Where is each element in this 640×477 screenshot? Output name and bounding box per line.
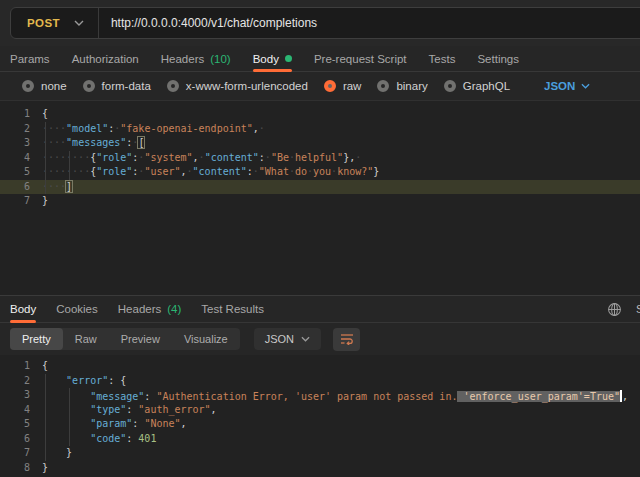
code-line: 3 "message": "Authentication Error, 'use… <box>0 388 640 403</box>
body-mode-none[interactable]: none <box>22 80 67 92</box>
code-line: 6 "code": 401 <box>0 432 640 447</box>
tab-label: Params <box>10 53 50 65</box>
mode-label: raw <box>343 80 362 92</box>
request-language-select[interactable]: JSON <box>544 80 590 92</box>
response-tab-body[interactable]: Body <box>10 296 36 322</box>
code-line: 8} <box>0 461 640 476</box>
response-tabs: BodyCookiesHeaders(4)Test Results S <box>0 295 640 323</box>
request-tab-headers[interactable]: Headers(10) <box>161 46 231 71</box>
radio-icon <box>444 80 456 92</box>
code-line: 4 "type": "auth_error", <box>0 403 640 418</box>
body-mode-graphql[interactable]: GraphQL <box>444 80 510 92</box>
mode-label: GraphQL <box>463 80 510 92</box>
tab-label: Pre-request Script <box>314 53 407 65</box>
indent-guide <box>69 388 70 446</box>
line-number: 5 <box>0 165 42 180</box>
code-content: } <box>42 194 48 209</box>
request-tab-body[interactable]: Body <box>253 46 292 71</box>
code-content: ····"messages":·[ <box>42 136 144 151</box>
method-selector[interactable]: POST <box>11 17 74 29</box>
radio-icon <box>324 80 336 92</box>
tab-label: Headers <box>161 53 204 65</box>
code-line: 7} <box>0 194 640 209</box>
indent-guide <box>69 151 70 180</box>
code-line: 5 "param": "None", <box>0 417 640 432</box>
line-number: 4 <box>0 403 42 418</box>
view-raw[interactable]: Raw <box>63 328 109 350</box>
tab-label: Test Results <box>201 303 264 315</box>
code-line: 6····] <box>0 180 640 195</box>
response-language-select[interactable]: JSON <box>254 328 321 350</box>
radio-icon <box>22 80 34 92</box>
body-mode-x-www-form-urlencoded[interactable]: x-www-form-urlencoded <box>167 80 308 92</box>
view-pretty[interactable]: Pretty <box>10 328 63 350</box>
response-tab-test-results[interactable]: Test Results <box>201 296 264 322</box>
response-view-switch: PrettyRawPreviewVisualize <box>10 328 240 350</box>
mode-label: none <box>41 80 67 92</box>
code-line: 3····"messages":·[ <box>0 136 640 151</box>
line-number: 2 <box>0 374 42 389</box>
body-mode-raw[interactable]: raw <box>324 80 362 92</box>
code-content: ········{"role":·"system",·"content":·"B… <box>42 151 361 166</box>
code-content: "error": { <box>42 374 126 389</box>
request-url-bar: POST http://0.0.0.0:4000/v1/chat/complet… <box>0 0 640 46</box>
response-toolbar: PrettyRawPreviewVisualize JSON <box>0 323 640 355</box>
chevron-down-icon[interactable] <box>74 20 84 26</box>
code-content: { <box>42 107 48 122</box>
line-number: 1 <box>0 107 42 122</box>
code-line: 1{ <box>0 107 640 122</box>
tab-label: Authorization <box>72 53 139 65</box>
line-number: 1 <box>0 359 42 374</box>
line-number: 7 <box>0 446 42 461</box>
code-content: } <box>42 461 48 476</box>
request-body-editor[interactable]: 1{2····"model":·"fake-openai-endpoint",·… <box>0 100 640 295</box>
tab-label: Headers <box>118 303 161 315</box>
globe-icon[interactable] <box>607 302 622 317</box>
view-visualize[interactable]: Visualize <box>172 328 240 350</box>
wrap-text-button[interactable] <box>333 328 360 351</box>
request-tab-settings[interactable]: Settings <box>477 46 519 71</box>
mode-label: form-data <box>102 80 151 92</box>
line-number: 3 <box>0 136 42 151</box>
request-tab-params[interactable]: Params <box>10 46 50 71</box>
code-content: "param": "None", <box>42 417 187 432</box>
indent-guide <box>45 374 46 461</box>
request-tab-pre-request-script[interactable]: Pre-request Script <box>314 46 407 71</box>
request-language-label: JSON <box>544 80 575 92</box>
tab-count-badge: (4) <box>167 303 181 315</box>
line-number: 6 <box>0 180 42 195</box>
tab-label: Body <box>253 53 279 65</box>
line-number: 8 <box>0 461 42 476</box>
request-tabs: ParamsAuthorizationHeaders(10)BodyPre-re… <box>0 46 640 72</box>
body-mode-binary[interactable]: binary <box>377 80 427 92</box>
indent-guide <box>45 122 46 195</box>
wrap-text-icon <box>340 333 354 345</box>
code-line: 2 "error": { <box>0 374 640 389</box>
mode-label: binary <box>396 80 427 92</box>
request-tab-authorization[interactable]: Authorization <box>72 46 139 71</box>
text-cursor <box>620 390 622 402</box>
line-number: 2 <box>0 122 42 137</box>
code-content: ········{"role":·"user",·"content":·"Wha… <box>42 165 379 180</box>
response-body-editor[interactable]: 1{2 "error": {3 "message": "Authenticati… <box>0 355 640 477</box>
url-input[interactable]: http://0.0.0.0:4000/v1/chat/completions <box>99 16 317 30</box>
radio-icon <box>83 80 95 92</box>
view-preview[interactable]: Preview <box>109 328 172 350</box>
code-content: "code": 401 <box>42 432 156 447</box>
code-line: 7 } <box>0 446 640 461</box>
radio-icon <box>377 80 389 92</box>
code-content: ····"model":·"fake-openai-endpoint",· <box>42 122 265 137</box>
line-number: 7 <box>0 194 42 209</box>
chevron-down-icon <box>581 83 590 89</box>
mode-label: x-www-form-urlencoded <box>186 80 308 92</box>
tab-label: Body <box>10 303 36 315</box>
response-tab-cookies[interactable]: Cookies <box>56 296 98 322</box>
code-content: "message": "Authentication Error, 'user'… <box>42 388 628 403</box>
tab-label: Cookies <box>56 303 98 315</box>
response-tab-headers[interactable]: Headers(4) <box>118 296 182 322</box>
tab-count-badge: (10) <box>210 53 230 65</box>
line-number: 4 <box>0 151 42 166</box>
request-tab-tests[interactable]: Tests <box>429 46 456 71</box>
save-response-button[interactable]: S <box>636 303 640 315</box>
body-mode-form-data[interactable]: form-data <box>83 80 151 92</box>
